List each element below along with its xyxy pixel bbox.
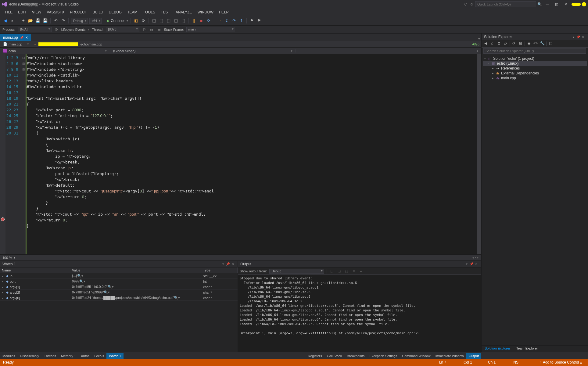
menu-debug[interactable]: DEBUG: [106, 9, 124, 16]
output-source-combo[interactable]: Debug: [269, 269, 324, 274]
sol-code-icon[interactable]: <>: [533, 41, 538, 47]
watch-col-name[interactable]: Name: [0, 267, 70, 273]
sol-refresh-icon[interactable]: ⟳: [511, 41, 517, 47]
tw-registers[interactable]: Registers: [305, 353, 324, 359]
close-button[interactable]: ✕: [561, 1, 570, 7]
tw-threads[interactable]: Threads: [41, 353, 59, 359]
tw-breakpoints[interactable]: Breakpoints: [344, 353, 367, 359]
pin-icon[interactable]: 📌: [20, 36, 23, 39]
panel-close-icon[interactable]: ✕: [474, 262, 479, 266]
sol-collapse-icon[interactable]: ⊟: [518, 41, 523, 47]
menu-help[interactable]: HELP: [217, 9, 231, 16]
sol-properties-icon[interactable]: 🔧: [540, 41, 545, 47]
vertical-scrollbar[interactable]: [477, 54, 481, 254]
tab-team-explorer[interactable]: Team Explorer: [513, 346, 541, 352]
watch-row[interactable]: ▸◆ ip{...}🔍▾std::__cx: [0, 273, 238, 279]
tw-locals[interactable]: Locals: [92, 353, 106, 359]
output-btn-2[interactable]: ⬚: [337, 269, 342, 273]
flag-threads-icon[interactable]: ⚐: [142, 27, 147, 32]
step-out-icon[interactable]: ↥: [238, 18, 244, 23]
tw-callstack[interactable]: Call Stack: [324, 353, 345, 359]
zoom-level[interactable]: 100 %: [2, 256, 12, 260]
notifications-icon[interactable]: ▽: [462, 2, 468, 6]
redo-icon[interactable]: ↷: [60, 18, 66, 23]
scope-global-combo[interactable]: (Global Scope): [110, 49, 296, 53]
panel-pin-icon[interactable]: 📌: [469, 262, 474, 266]
stack-frame-combo[interactable]: main: [186, 27, 235, 32]
menu-window[interactable]: WINDOW: [195, 9, 216, 16]
watch-title-bar[interactable]: Watch 1 ▾ 📌 ✕: [0, 261, 238, 267]
show-next-stmt-icon[interactable]: →: [217, 18, 222, 23]
output-btn-3[interactable]: ⬚: [344, 269, 349, 273]
save-icon[interactable]: 💾: [35, 18, 41, 23]
watch-body[interactable]: ▸◆ ip{...}🔍▾std::__cx▸◆ port9999🔍▾int▸◆ …: [0, 273, 238, 352]
restart-icon[interactable]: ⟳: [206, 18, 211, 23]
watch-row[interactable]: ▸◆ argv[0]0x7fffffffed24 "/home/█████/pr…: [0, 295, 238, 301]
solution-root-node[interactable]: ▿◫Solution 'echo' (1 project): [483, 56, 587, 61]
minimize-button[interactable]: —: [543, 1, 552, 7]
tb-icon-1[interactable]: ◧: [133, 18, 139, 23]
menu-analyze[interactable]: ANALYZE: [173, 9, 195, 16]
filter-icon[interactable]: ⚏: [156, 27, 161, 32]
nav-breadcrumb[interactable]: → echo\main.cpp: [31, 42, 472, 46]
tw-watch1[interactable]: Watch 1: [106, 353, 124, 359]
search-icon[interactable]: 🔍: [537, 2, 542, 6]
tab-solution-explorer[interactable]: Solution Explorer: [482, 346, 513, 352]
menu-project[interactable]: PROJECT: [67, 9, 89, 16]
tw-command[interactable]: Command Window: [400, 353, 433, 359]
quick-launch-input[interactable]: [475, 1, 536, 7]
references-node[interactable]: ▸▪▪References: [483, 66, 587, 71]
tb-icon-4[interactable]: ⬚: [159, 18, 164, 23]
external-deps-node[interactable]: ▸🖿External Dependencies: [483, 71, 587, 76]
step-over-icon[interactable]: ↷: [231, 18, 237, 23]
nav-back-icon[interactable]: ◀: [2, 18, 8, 23]
tw-exception[interactable]: Exception Settings: [367, 353, 400, 359]
panel-dropdown-icon[interactable]: ▾: [571, 35, 576, 39]
solution-explorer-title-bar[interactable]: Solution Explorer ▾ 📌 ✕: [482, 34, 588, 40]
watch-row[interactable]: ▸◆ argv[2]0x7fffffffed5f "-p9999"🔍▾char …: [0, 290, 238, 295]
stop-debug-icon[interactable]: ■: [199, 18, 204, 23]
nav-fwd-icon[interactable]: ▸: [10, 18, 15, 23]
sol-preview-icon[interactable]: ▢: [548, 41, 553, 47]
continue-button[interactable]: ▶ Continue ▾: [107, 19, 128, 23]
tb-icon-7[interactable]: ⬚: [181, 18, 186, 23]
tab-main-cpp[interactable]: main.cpp 📌 ✕: [0, 34, 31, 41]
sol-showall-icon[interactable]: ◆: [526, 41, 532, 47]
solution-tree[interactable]: ▿◫Solution 'echo' (1 project) ▿◫echo (Li…: [482, 55, 588, 345]
new-project-icon[interactable]: ✦: [20, 18, 26, 23]
menu-test[interactable]: TEST: [158, 9, 173, 16]
file-node-main-cpp[interactable]: ▸⁂main.cpp: [483, 76, 587, 81]
tab-overflow-icon[interactable]: ▾: [478, 37, 481, 41]
tw-immediate[interactable]: Immediate Window: [433, 353, 466, 359]
tb-icon-5[interactable]: ⬚: [166, 18, 171, 23]
panel-pin-icon[interactable]: 📌: [225, 262, 230, 266]
tw-modules[interactable]: Modules: [0, 353, 18, 359]
tb-icon-6[interactable]: ⬚: [173, 18, 179, 23]
tw-disassembly[interactable]: Disassembly: [18, 353, 41, 359]
tw-output[interactable]: Output: [466, 353, 481, 359]
output-text[interactable]: Stopped due to shared library event: Inf…: [238, 275, 481, 352]
scope-project-combo[interactable]: 🟪 echo: [0, 49, 110, 53]
filter-threads-icon[interactable]: ⚏: [149, 27, 154, 32]
solution-config-combo[interactable]: Debug: [71, 18, 88, 24]
tab-close-icon[interactable]: ✕: [25, 36, 28, 40]
output-title-bar[interactable]: Output ▾ 📌 ✕: [238, 261, 481, 267]
code-content[interactable]: "cm">//c++ "it">std library #"kw">includ…: [26, 54, 477, 254]
menu-build[interactable]: BUILD: [90, 9, 106, 16]
undo-icon[interactable]: ↶: [53, 18, 59, 23]
step-into-icon[interactable]: ↧: [224, 18, 229, 23]
watch-col-value[interactable]: Value: [70, 267, 201, 273]
output-clear-icon[interactable]: ≡: [351, 269, 356, 273]
watch-row[interactable]: ▸◆ argv[1]0x7fffffffed55 "-h0.0.0.0"🔍▾ch…: [0, 284, 238, 290]
breakpoint-icon[interactable]: [1, 217, 5, 221]
breakpoint-margin[interactable]: [0, 54, 5, 254]
break-all-icon[interactable]: ‖: [191, 18, 197, 23]
tw-autos[interactable]: Autos: [78, 353, 92, 359]
scope-member-combo[interactable]: [296, 49, 481, 52]
tb-icon-ex1[interactable]: ⚑: [249, 18, 255, 23]
watch-col-type[interactable]: Type: [201, 267, 238, 273]
outline-margin[interactable]: ⊟ ⊟ ⊟: [21, 54, 26, 254]
thread-combo[interactable]: [8376]: [106, 27, 139, 32]
open-icon[interactable]: 📂: [28, 18, 33, 23]
sol-back-icon[interactable]: ◀: [483, 41, 488, 47]
